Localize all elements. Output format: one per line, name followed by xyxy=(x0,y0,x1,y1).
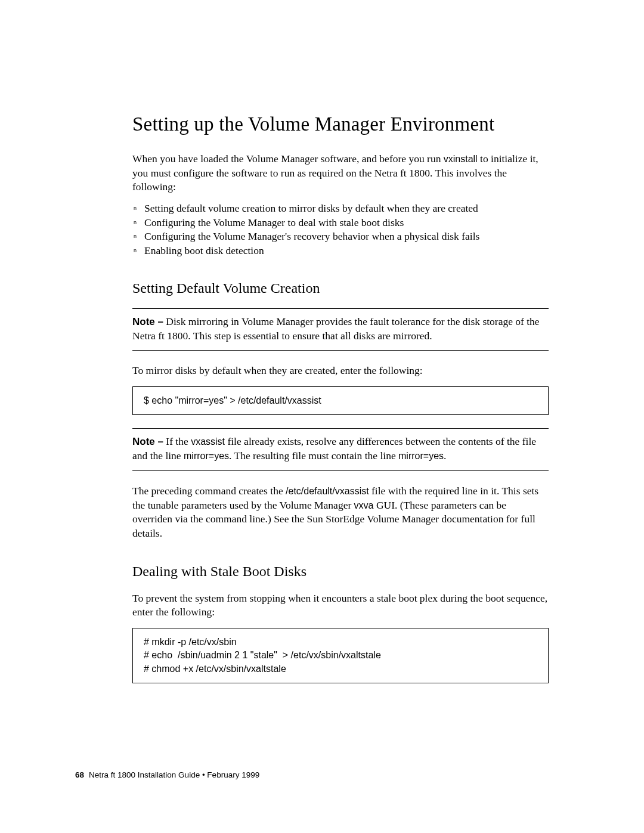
bullet-item: Enabling boot disk detection xyxy=(132,244,549,258)
page-number: 68 xyxy=(75,770,84,779)
bullet-item: Setting default volume creation to mirro… xyxy=(132,202,549,215)
mirror-yes-2: mirror=yes xyxy=(398,451,444,461)
bullet-item: Configuring the Volume Manager's recover… xyxy=(132,230,549,243)
vxinstall-cmd: vxinstall xyxy=(444,154,478,164)
note-label: Note – xyxy=(132,316,163,327)
note-block-1: Note – Disk mirroring in Volume Manager … xyxy=(132,308,549,351)
section1-para2: The preceding command creates the /etc/d… xyxy=(132,484,549,541)
page-footer: 68Netra ft 1800 Installation Guide • Feb… xyxy=(75,770,259,779)
note1-text: Note – Disk mirroring in Volume Manager … xyxy=(132,315,549,343)
footer-text: Netra ft 1800 Installation Guide • Febru… xyxy=(89,770,259,779)
section1-para1: To mirror disks by default when they are… xyxy=(132,364,549,378)
bullet-item: Configuring the Volume Manager to deal w… xyxy=(132,216,549,230)
page-title: Setting up the Volume Manager Environmen… xyxy=(132,113,549,135)
code-box-1: $ echo "mirror=yes" > /etc/default/vxass… xyxy=(132,386,549,415)
code-box-2: # mkdir -p /etc/vx/sbin # echo /sbin/uad… xyxy=(132,628,549,683)
mirror-yes-1: mirror=yes xyxy=(184,451,229,461)
intro-line1: When you have loaded the Volume Manager … xyxy=(132,153,441,165)
note-block-2: Note – If the vxassist file already exis… xyxy=(132,428,549,471)
section1-heading: Setting Default Volume Creation xyxy=(132,280,549,296)
note1-body: Disk mirroring in Volume Manager provide… xyxy=(132,315,540,342)
intro-paragraph: When you have loaded the Volume Manager … xyxy=(132,152,549,194)
section2-para1: To prevent the system from stopping when… xyxy=(132,592,549,620)
note2-text: Note – If the vxassist file already exis… xyxy=(132,435,549,463)
page-content: Setting up the Volume Manager Environmen… xyxy=(0,0,644,683)
vxassist-path: /etc/default/vxassist xyxy=(286,486,369,496)
note2-mid2: . The resulting file must contain the li… xyxy=(229,450,398,462)
section2-heading: Dealing with Stale Boot Disks xyxy=(132,563,549,580)
intro-bullets: Setting default volume creation to mirro… xyxy=(132,202,549,258)
vxva-cmd: vxva xyxy=(354,500,374,510)
note2-end: . xyxy=(444,450,446,462)
note-label: Note – xyxy=(132,436,163,447)
note2-pre: If the xyxy=(163,435,191,447)
vxassist-file: vxassist xyxy=(191,436,225,447)
para2-pre: The preceding command creates the xyxy=(132,485,286,497)
